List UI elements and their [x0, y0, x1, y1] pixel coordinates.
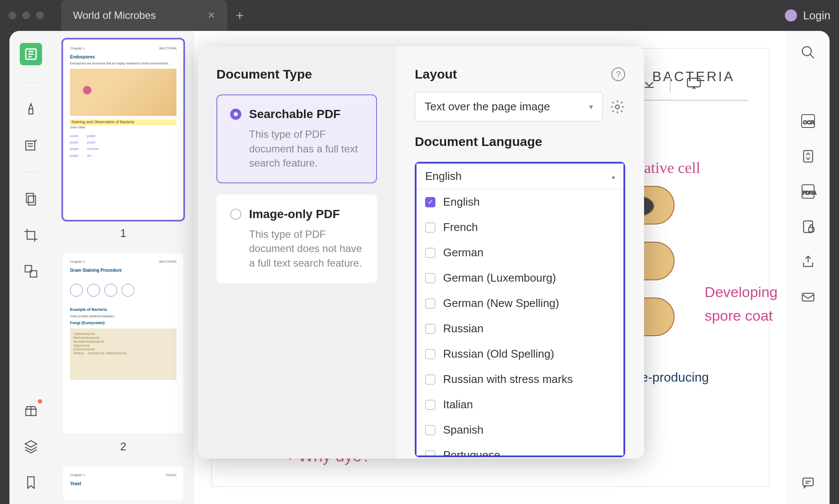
thumb-subheading: Fungi (Eumycetes) — [70, 321, 176, 326]
edit-text-icon[interactable] — [21, 136, 40, 155]
right-sidebar: OCR PDF/A — [787, 31, 830, 504]
radio-description: This type of PDF document does not have … — [230, 227, 363, 270]
language-option[interactable]: German — [416, 240, 623, 265]
language-option[interactable]: German (New Spelling) — [416, 291, 623, 316]
language-option[interactable]: Portuguese — [416, 443, 623, 455]
thumb-body: Gram positive bacteria examples... — [70, 314, 176, 318]
modal-right-pane: Layout ? Text over the page image ▾ Docu… — [396, 46, 644, 458]
thumb-illustration — [70, 277, 176, 303]
thumb-page-number: 1 — [63, 227, 184, 240]
thumb-chapter: Chapter 1 — [70, 46, 85, 51]
crop-icon[interactable] — [21, 226, 40, 245]
thumb-diagram: ChytridiomycotaBlastocladiomycotaNeocall… — [70, 328, 176, 380]
checkbox-icon — [425, 349, 435, 359]
tab-close-icon[interactable]: ✕ — [207, 10, 215, 21]
radio-title: Image-only PDF — [249, 207, 340, 221]
language-option[interactable]: Russian (Old Spelling) — [416, 341, 623, 367]
checkbox-icon — [425, 425, 435, 435]
thumb-subtext: Gram Stain — [70, 125, 176, 129]
thumb-illustration — [70, 69, 176, 116]
language-label: Russian — [443, 322, 483, 335]
annotation-vegetative: ative cell — [644, 156, 700, 181]
thumbnail-item[interactable]: Chapter 1FUNGI Yeast — [63, 466, 184, 501]
help-icon[interactable]: ? — [611, 67, 625, 81]
thumb-chapter: Chapter 1 — [70, 473, 85, 477]
tab-document[interactable]: World of Microbes ✕ — [61, 0, 227, 31]
left-sidebar — [9, 31, 52, 504]
radio-image-only-pdf[interactable]: Image-only PDF This type of PDF document… — [216, 194, 377, 283]
svg-rect-18 — [687, 78, 700, 87]
toolbar-separator — [670, 76, 671, 92]
reader-mode-icon[interactable] — [20, 43, 42, 65]
language-value: English — [425, 170, 462, 183]
avatar-icon[interactable] — [785, 9, 797, 21]
thumb-heading: Yeast — [70, 481, 176, 486]
comment-icon[interactable] — [799, 473, 818, 492]
chevron-up-icon: ▴ — [612, 173, 615, 180]
svg-rect-10 — [804, 151, 813, 162]
checkbox-icon — [425, 273, 435, 283]
thumb-right: FUNGI — [166, 473, 176, 477]
language-option[interactable]: Italian — [416, 392, 623, 417]
bookmark-icon[interactable] — [21, 473, 40, 492]
svg-text:PDF/A: PDF/A — [803, 190, 816, 195]
gear-icon[interactable] — [610, 99, 625, 115]
thumb-right: BACTERIA — [159, 260, 176, 264]
language-dropdown: English ▴ ✓EnglishFrenchGermanGerman (Lu… — [415, 162, 625, 457]
layers-icon[interactable] — [21, 437, 40, 456]
svg-rect-2 — [27, 194, 34, 203]
pages-icon[interactable] — [21, 190, 40, 209]
radio-dot-icon — [230, 209, 241, 220]
radio-title: Searchable PDF — [249, 107, 340, 121]
search-icon[interactable] — [799, 43, 818, 62]
gift-icon[interactable] — [21, 401, 40, 420]
svg-rect-16 — [803, 478, 813, 486]
titlebar: World of Microbes ✕ + Login — [0, 0, 839, 31]
language-option[interactable]: Spanish — [416, 417, 623, 443]
window-minimize-button[interactable] — [22, 12, 30, 19]
ocr-icon[interactable]: OCR — [799, 112, 818, 131]
language-label: German — [443, 246, 483, 259]
language-option[interactable]: German (Luxembourg) — [416, 265, 623, 291]
chevron-down-icon: ▾ — [589, 102, 593, 112]
window-maximize-button[interactable] — [36, 12, 44, 19]
language-select[interactable]: English ▴ — [416, 164, 623, 189]
svg-rect-13 — [804, 221, 813, 233]
pdfa-icon[interactable]: PDF/A — [799, 182, 818, 201]
titlebar-right: Login — [785, 9, 830, 22]
presentation-icon[interactable] — [685, 75, 707, 96]
mail-icon[interactable] — [799, 288, 818, 307]
compare-icon[interactable] — [21, 262, 40, 281]
language-option[interactable]: ✓English — [416, 189, 623, 215]
language-label: Russian with stress marks — [443, 373, 573, 386]
language-option-list: ✓EnglishFrenchGermanGerman (Luxembourg)G… — [416, 189, 623, 455]
toolbar-dropdown-icon[interactable] — [641, 76, 663, 98]
ocr-settings-modal: Document Type Searchable PDF This type o… — [198, 46, 644, 458]
thumb-heading: Gram Staining Procedure — [70, 267, 176, 273]
thumb-table: purplepurple purplepurple purplecolorles… — [70, 133, 176, 158]
language-option[interactable]: Russian with stress marks — [416, 367, 623, 392]
svg-rect-3 — [28, 196, 36, 205]
layout-select[interactable]: Text over the page image ▾ — [415, 92, 603, 121]
thumbnail-item[interactable]: Chapter 1BACTERIA Endospores Endospores … — [63, 39, 184, 240]
language-option[interactable]: Russian — [416, 316, 623, 341]
highlighter-icon[interactable] — [21, 100, 40, 119]
thumbnails-panel: Chapter 1BACTERIA Endospores Endospores … — [52, 31, 194, 504]
svg-rect-14 — [809, 228, 814, 232]
thumbnail-item[interactable]: Chapter 1BACTERIA Gram Staining Procedur… — [63, 253, 184, 453]
language-option[interactable]: French — [416, 215, 623, 240]
login-button[interactable]: Login — [803, 9, 830, 22]
checkbox-icon — [425, 298, 435, 309]
layout-value: Text over the page image — [425, 100, 550, 113]
convert-icon[interactable] — [799, 147, 818, 166]
window-close-button[interactable] — [9, 12, 16, 19]
tab-add-button[interactable]: + — [236, 8, 244, 24]
share-icon[interactable] — [799, 252, 818, 271]
svg-point-17 — [616, 105, 620, 109]
checkbox-icon — [425, 400, 435, 410]
radio-searchable-pdf[interactable]: Searchable PDF This type of PDF document… — [216, 94, 377, 183]
thumb-right: BACTERIA — [159, 46, 176, 51]
checkbox-icon — [425, 222, 435, 233]
notification-dot-icon — [38, 399, 42, 404]
lock-document-icon[interactable] — [799, 217, 818, 236]
